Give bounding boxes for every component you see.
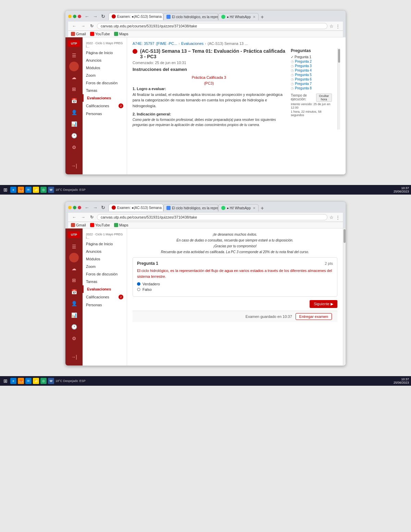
- forward-arrow-1[interactable]: →: [91, 13, 99, 20]
- nav-calificaciones-2[interactable]: Calificaciones 2: [83, 293, 127, 301]
- avatar-icon-2[interactable]: [69, 253, 79, 262]
- clock-icon-1[interactable]: 🕐: [68, 130, 79, 141]
- cloud-icon-1[interactable]: ☁: [68, 72, 79, 83]
- hamburger-icon-2[interactable]: ☰: [68, 241, 79, 252]
- address-bar-1[interactable]: canvas.utp.edu.pe/courses/531931/quizzes…: [97, 23, 327, 29]
- nav-evaluaciones-1[interactable]: Evaluaciones: [83, 94, 127, 102]
- fwd-icon-1[interactable]: →: [80, 23, 87, 29]
- scrollbar-2[interactable]: [343, 228, 346, 366]
- scrollbar-1[interactable]: [337, 48, 340, 129]
- close-button-2[interactable]: [78, 206, 81, 209]
- reload-icon-1[interactable]: ↻: [89, 23, 95, 29]
- forward-arrow-2[interactable]: →: [91, 205, 99, 211]
- firefox-icon-2[interactable]: 🦊: [18, 378, 24, 384]
- calendar-icon-1[interactable]: 📅: [68, 95, 79, 106]
- tab-close-whatsapp-2[interactable]: ✕: [253, 206, 256, 210]
- collapse-icon-1[interactable]: →|: [68, 160, 79, 171]
- mail-icon-1[interactable]: ✉: [25, 187, 32, 193]
- maximize-button-2[interactable]: [73, 206, 76, 209]
- reload-arrow-2[interactable]: ↻: [100, 205, 107, 211]
- minimize-button-1[interactable]: [68, 15, 72, 18]
- nav-tareas-1[interactable]: Tareas: [83, 87, 127, 94]
- bookmark-gmail-2[interactable]: Gmail: [71, 223, 86, 227]
- menu-icon-2[interactable]: ⋮: [336, 215, 340, 220]
- edge-icon-1[interactable]: e: [10, 187, 16, 193]
- fwd-icon-2[interactable]: →: [80, 214, 87, 220]
- back-arrow-1[interactable]: ←: [83, 13, 91, 20]
- calendar-icon-2[interactable]: 📅: [68, 286, 79, 297]
- grid-icon-2[interactable]: ⊞: [68, 275, 79, 286]
- tab-ciclo-2[interactable]: El ciclo hidrológico, es la repres... ✕: [163, 204, 218, 211]
- star-icon-1[interactable]: ☆: [329, 24, 334, 29]
- question-link-1-1[interactable]: ✓ Pregunta 1: [291, 55, 332, 59]
- answer-verdadero-2[interactable]: Verdadero: [137, 282, 333, 286]
- bookmark-gmail-1[interactable]: Gmail: [71, 32, 86, 36]
- submit-button-2[interactable]: Entregar examen: [296, 313, 332, 320]
- cloud-icon-2[interactable]: ☁: [68, 263, 79, 274]
- start-icon-2[interactable]: ⊞: [2, 378, 9, 384]
- settings-icon-2[interactable]: ⚙: [68, 333, 79, 344]
- chrome-icon-2[interactable]: ◎: [40, 378, 47, 384]
- settings-icon-1[interactable]: ⚙: [68, 142, 79, 153]
- mail-icon-2[interactable]: ✉: [25, 378, 32, 384]
- question-link-1-7[interactable]: ◷ Pregunta 7: [291, 82, 332, 86]
- hide-timer-button-1[interactable]: Ocultar hora: [316, 94, 332, 102]
- nav-modulos-2[interactable]: Módulos: [83, 255, 127, 263]
- address-bar-2[interactable]: canvas.utp.edu.pe/courses/531931/quizzes…: [97, 214, 327, 220]
- back-icon-1[interactable]: ←: [71, 23, 78, 29]
- nav-foros-1[interactable]: Foros de discusión: [83, 79, 127, 87]
- bookmark-youtube-2[interactable]: YouTube: [90, 223, 110, 227]
- question-link-1-6[interactable]: ◷ Pregunta 6: [291, 77, 332, 81]
- tab-ciclo-1[interactable]: El ciclo hidrológico, es la repres... ✕: [163, 13, 218, 20]
- tab-whatsapp-1[interactable]: ● Hi! WhatsApp ✕: [218, 13, 259, 20]
- minimize-button-2[interactable]: [68, 206, 72, 209]
- nav-evaluaciones-2[interactable]: Evaluaciones: [83, 285, 127, 293]
- nav-tareas-2[interactable]: Tareas: [83, 278, 127, 285]
- breadcrumb-course-1[interactable]: A74E: 35797 :[FIME -PC...: [133, 41, 177, 46]
- answer-falso-2[interactable]: Falso: [137, 287, 333, 292]
- reload-arrow-1[interactable]: ↻: [100, 13, 107, 20]
- nav-anuncios-1[interactable]: Anuncios: [83, 57, 127, 64]
- breadcrumb-evaluaciones-1[interactable]: Evaluaciones: [181, 41, 203, 46]
- question-link-1-4[interactable]: ◷ Pregunta 4: [291, 69, 332, 72]
- people-icon-1[interactable]: 👤: [68, 107, 79, 118]
- question-link-1-5[interactable]: ◷ Pregunta 5: [291, 73, 332, 77]
- hamburger-icon-1[interactable]: ☰: [68, 50, 79, 61]
- tab-exam-1[interactable]: Examen: ●(AC-S13) Semana 1... ✕: [109, 13, 163, 20]
- question-link-1-8[interactable]: ◷ Pregunta 8: [291, 86, 332, 90]
- clock-icon-2[interactable]: 🕐: [68, 321, 79, 332]
- menu-icon-1[interactable]: ⋮: [336, 24, 340, 29]
- chart-icon-2[interactable]: 📊: [68, 310, 79, 321]
- nav-zoom-1[interactable]: Zoom: [83, 72, 127, 79]
- folder-icon-1[interactable]: 📁: [33, 187, 39, 193]
- bookmark-maps-1[interactable]: Maps: [114, 32, 128, 36]
- nav-personas-1[interactable]: Personas: [83, 110, 127, 117]
- grid-icon-1[interactable]: ⊞: [68, 84, 79, 95]
- collapse-icon-2[interactable]: →|: [68, 351, 79, 362]
- nav-inicio-2[interactable]: Página de Inicio: [83, 240, 127, 248]
- edge-icon-2[interactable]: e: [10, 378, 16, 384]
- tab-whatsapp-2[interactable]: ● Hi! WhatsApp ✕: [218, 204, 259, 211]
- nav-anuncios-2[interactable]: Anuncios: [83, 248, 127, 255]
- word-icon-2[interactable]: W: [48, 378, 54, 384]
- people-icon-2[interactable]: 👤: [68, 298, 79, 309]
- maximize-button-1[interactable]: [73, 15, 76, 18]
- back-icon-2[interactable]: ←: [71, 214, 78, 220]
- avatar-icon-1[interactable]: [69, 62, 79, 71]
- start-icon-1[interactable]: ⊞: [2, 187, 9, 193]
- nav-zoom-2[interactable]: Zoom: [83, 263, 127, 270]
- close-button-1[interactable]: [78, 15, 81, 18]
- star-icon-2[interactable]: ☆: [329, 215, 334, 220]
- firefox-icon-1[interactable]: 🦊: [18, 187, 24, 193]
- tab-close-whatsapp-1[interactable]: ✕: [253, 15, 256, 19]
- new-tab-button-1[interactable]: +: [259, 14, 266, 20]
- nav-modulos-1[interactable]: Módulos: [83, 64, 127, 72]
- back-arrow-2[interactable]: ←: [83, 205, 91, 211]
- tab-exam-2[interactable]: Examen: ●(AC-S13) Semana 1... ✕: [109, 204, 163, 211]
- new-tab-button-2[interactable]: +: [259, 205, 266, 211]
- nav-calificaciones-1[interactable]: Calificaciones 2: [83, 102, 127, 110]
- question-link-1-3[interactable]: ◷ Pregunta 3: [291, 64, 332, 68]
- nav-foros-2[interactable]: Foros de discusión: [83, 270, 127, 278]
- folder-icon-2[interactable]: 📁: [33, 378, 39, 384]
- question-link-1-2[interactable]: ◷ Pregunta 2: [291, 60, 332, 63]
